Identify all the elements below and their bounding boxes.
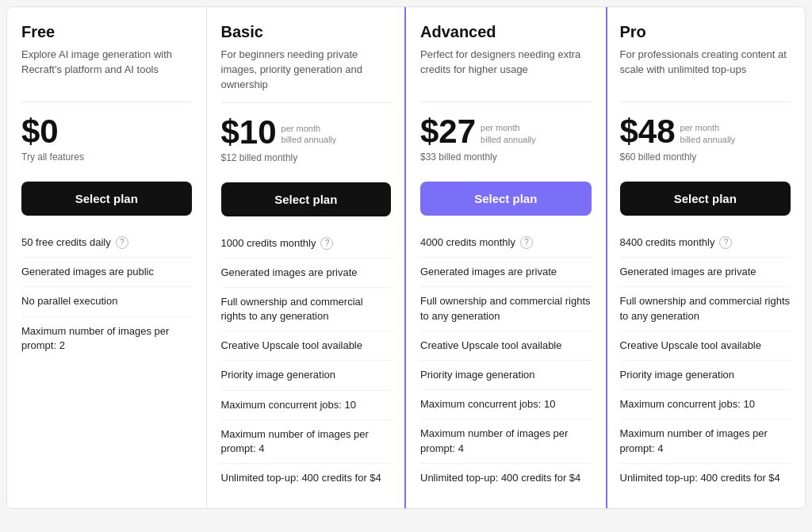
feature-text: Priority image generation (420, 368, 535, 382)
feature-text: Maximum concurrent jobs: 10 (620, 397, 756, 411)
feature-text: Maximum number of images per prompt: 4 (221, 427, 392, 456)
price-section: $0 Try all features (21, 115, 192, 178)
price-monthly: $33 billed monthly (420, 151, 592, 163)
feature-text: Priority image generation (221, 368, 336, 382)
feature-item: Maximum number of images per prompt: 2 (21, 317, 192, 360)
feature-item: Unlimited top-up: 400 credits for $4 (420, 464, 592, 492)
feature-text: Creative Upscale tool available (620, 339, 761, 353)
plan-price-meta: per month billed annually (680, 122, 736, 145)
plan-name: Advanced (420, 23, 592, 41)
plan-name: Free (21, 23, 192, 41)
feature-text: Maximum concurrent jobs: 10 (420, 397, 556, 411)
feature-text: 8400 credits monthly (620, 235, 715, 250)
price-monthly: $12 billed monthly (221, 152, 392, 163)
select-plan-button[interactable]: Select plan (420, 182, 592, 216)
feature-item: No parallel execution (21, 287, 192, 316)
features-list: 1000 credits monthly ? Generated images … (221, 229, 392, 493)
help-icon[interactable]: ? (719, 236, 732, 249)
features-list: 8400 credits monthly ? Generated images … (620, 228, 791, 492)
feature-item: 4000 credits monthly ? (420, 228, 592, 258)
feature-item: Full ownership and commercial rights to … (221, 288, 392, 331)
feature-item: 8400 credits monthly ? (620, 228, 791, 258)
plan-price-meta: per month billed annually (282, 123, 337, 146)
feature-item: 50 free credits daily ? (21, 228, 192, 258)
feature-item: Generated images are private (420, 258, 592, 287)
feature-item: Maximum number of images per prompt: 4 (420, 419, 592, 463)
plan-price: $0 (21, 115, 59, 148)
help-icon[interactable]: ? (116, 236, 128, 249)
help-icon[interactable]: ? (320, 237, 333, 250)
feature-text: Maximum number of images per prompt: 4 (620, 427, 791, 455)
plan-card-free: Free Explore AI image generation with Re… (7, 7, 207, 508)
feature-text: Unlimited top-up: 400 credits for $4 (620, 471, 780, 485)
pricing-grid: Free Explore AI image generation with Re… (6, 6, 806, 509)
plan-name: Pro (620, 23, 791, 41)
feature-item: Maximum number of images per prompt: 4 (620, 419, 791, 463)
price-section: $10 per month billed annually $12 billed… (221, 116, 392, 179)
feature-item: Maximum concurrent jobs: 10 (620, 390, 791, 419)
feature-text: Maximum concurrent jobs: 10 (221, 398, 357, 412)
plan-header: Advanced Perfect for designers needing e… (420, 23, 592, 102)
feature-item: Creative Upscale tool available (221, 331, 392, 361)
plan-name: Basic (221, 23, 392, 41)
feature-item: 1000 credits monthly ? (221, 229, 392, 258)
help-icon[interactable]: ? (520, 236, 533, 249)
feature-item: Unlimited top-up: 400 credits for $4 (620, 464, 791, 492)
feature-text: Full ownership and commercial rights to … (620, 294, 791, 323)
feature-text: Creative Upscale tool available (221, 339, 362, 353)
feature-text: 1000 credits monthly (221, 236, 316, 251)
feature-item: Generated images are public (21, 258, 192, 287)
features-list: 4000 credits monthly ? Generated images … (420, 228, 592, 492)
feature-item: Priority image generation (620, 361, 791, 390)
feature-text: Maximum number of images per prompt: 4 (420, 427, 592, 455)
plan-description: For professionals creating content at sc… (620, 48, 791, 78)
feature-text: Generated images are private (221, 266, 358, 280)
plan-price: $48 (620, 115, 676, 148)
feature-text: Full ownership and commercial rights to … (420, 294, 592, 323)
price-monthly: Try all features (21, 151, 192, 163)
feature-text: Creative Upscale tool available (420, 339, 561, 353)
price-monthly: $60 billed monthly (620, 151, 791, 163)
feature-item: Generated images are private (221, 258, 392, 288)
feature-item: Creative Upscale tool available (620, 331, 791, 361)
plan-header: Pro For professionals creating content a… (620, 23, 791, 102)
feature-text: Unlimited top-up: 400 credits for $4 (420, 471, 580, 485)
plan-header: Free Explore AI image generation with Re… (21, 23, 192, 102)
plan-price: $10 (221, 116, 277, 149)
price-section: $27 per month billed annually $33 billed… (420, 115, 592, 178)
select-plan-button[interactable]: Select plan (620, 182, 791, 216)
feature-text: Full ownership and commercial rights to … (221, 295, 392, 323)
feature-item: Maximum concurrent jobs: 10 (221, 391, 392, 420)
feature-item: Generated images are private (620, 258, 791, 287)
plan-price-meta: per month billed annually (481, 122, 536, 145)
plan-price: $27 (420, 115, 476, 148)
features-list: 50 free credits daily ? Generated images… (21, 228, 192, 360)
feature-text: No parallel execution (21, 294, 117, 308)
feature-text: Generated images are private (420, 265, 557, 279)
select-plan-button[interactable]: Select plan (21, 182, 192, 216)
plan-card-advanced: Most Popular Advanced Perfect for design… (404, 6, 607, 509)
feature-item: Creative Upscale tool available (420, 331, 592, 361)
plan-card-basic: Basic For beginners needing private imag… (207, 7, 407, 508)
select-plan-button[interactable]: Select plan (221, 182, 392, 216)
feature-item: Maximum number of images per prompt: 4 (221, 420, 392, 464)
plan-card-pro: Pro For professionals creating content a… (606, 7, 806, 508)
feature-text: Priority image generation (620, 368, 735, 382)
feature-item: Priority image generation (221, 361, 392, 390)
plan-description: For beginners needing private images, pr… (221, 48, 392, 93)
feature-text: Maximum number of images per prompt: 2 (21, 324, 192, 353)
price-section: $48 per month billed annually $60 billed… (620, 115, 791, 178)
feature-text: Generated images are private (620, 265, 756, 279)
feature-item: Maximum concurrent jobs: 10 (420, 390, 592, 419)
feature-item: Unlimited top-up: 400 credits for $4 (221, 464, 392, 492)
feature-item: Full ownership and commercial rights to … (420, 287, 592, 331)
plan-description: Perfect for designers needing extra cred… (420, 48, 592, 78)
feature-text: Unlimited top-up: 400 credits for $4 (221, 471, 381, 485)
feature-text: 50 free credits daily (21, 235, 111, 250)
plan-description: Explore AI image generation with Recraft… (21, 48, 192, 78)
feature-item: Full ownership and commercial rights to … (620, 287, 791, 331)
feature-item: Priority image generation (420, 361, 592, 390)
feature-text: Generated images are public (21, 265, 154, 279)
plan-header: Basic For beginners needing private imag… (221, 23, 392, 103)
feature-text: 4000 credits monthly (420, 235, 515, 250)
